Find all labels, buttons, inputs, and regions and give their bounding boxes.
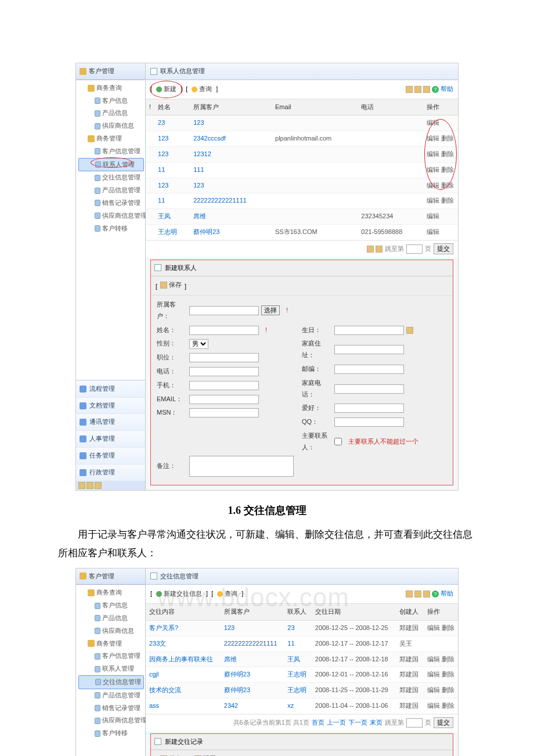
name-link[interactable]: 123 <box>158 182 168 189</box>
tool-icon[interactable] <box>414 86 421 93</box>
tree-item[interactable]: 供应商信息 <box>78 625 144 638</box>
tool-icon[interactable] <box>376 246 383 253</box>
help-link[interactable]: ?帮助 <box>432 588 453 600</box>
tree-item[interactable]: 联系人管理 <box>78 663 144 675</box>
back-button[interactable]: 返回 <box>192 753 219 756</box>
hobby-input[interactable] <box>334 404 404 413</box>
side-link[interactable]: 通讯管理 <box>76 413 145 430</box>
side-link[interactable]: 任务管理 <box>76 447 145 464</box>
content-link[interactable]: 233文 <box>149 640 166 647</box>
cust-link[interactable]: 123 <box>193 119 204 126</box>
cust-link[interactable]: 123 <box>224 624 234 631</box>
search-button[interactable]: 查询 <box>189 83 215 96</box>
ops-link[interactable]: 编辑 删除 <box>427 686 454 693</box>
tree-branch-manage[interactable]: 商务管理 <box>78 132 144 145</box>
first-page[interactable]: 首页 <box>312 717 324 729</box>
tree-item[interactable]: 客户信息管理 <box>78 650 144 663</box>
ops-link[interactable]: 编辑 删除 <box>427 671 454 678</box>
side-link[interactable]: 流程管理 <box>76 380 145 397</box>
tool-icon[interactable] <box>414 591 421 597</box>
ops-link[interactable]: 编辑 删除 <box>427 702 454 709</box>
mobile-input[interactable] <box>189 381 259 390</box>
prev-page[interactable]: 上一页 <box>327 717 346 729</box>
name-link[interactable]: 123 <box>158 135 168 142</box>
customer-input[interactable] <box>189 306 259 315</box>
tree-item[interactable]: 交往信息管理 <box>78 171 144 184</box>
tree-item[interactable]: 客户信息管理 <box>78 145 144 158</box>
ops-link[interactable]: 编辑 <box>427 228 439 235</box>
tree-item[interactable]: 客户转移 <box>78 727 144 740</box>
ops-link[interactable]: 编辑 <box>427 213 439 219</box>
name-link[interactable]: 王志明 <box>158 228 177 235</box>
name-link[interactable]: 王凤 <box>158 213 171 219</box>
content-link[interactable]: 因商务上的事有联来往 <box>149 656 213 663</box>
ops-link[interactable]: 编辑 删除 <box>427 624 454 631</box>
cust-link[interactable]: 111 <box>193 166 204 173</box>
ops-link[interactable]: 编辑 删除 <box>427 197 454 204</box>
tool-icon[interactable] <box>406 86 413 93</box>
page-input[interactable] <box>406 718 423 728</box>
tree-branch-query[interactable]: 商务查询 <box>78 82 144 95</box>
tree-branch-query[interactable]: 商务查询 <box>78 586 144 599</box>
cust-link[interactable]: 蔡仲明23 <box>224 671 250 678</box>
ops-link[interactable]: 编辑 删除 <box>427 182 454 189</box>
last-page[interactable]: 末页 <box>370 717 383 729</box>
name-link[interactable]: 11 <box>158 197 165 204</box>
tree-item[interactable]: 产品信息 <box>78 107 144 120</box>
cust-link[interactable]: 席维 <box>224 656 237 663</box>
cust-link[interactable]: 2342 <box>224 702 238 709</box>
side-link[interactable]: 行政管理 <box>76 464 145 481</box>
cust-link[interactable]: 蔡仲明23 <box>224 686 250 693</box>
page-input[interactable] <box>406 244 423 254</box>
gender-select[interactable]: 男 <box>189 339 208 349</box>
contact-link[interactable]: 23 <box>287 624 294 631</box>
addr-input[interactable] <box>334 345 404 354</box>
content-link[interactable]: ass <box>149 702 159 709</box>
name-link[interactable]: 23 <box>158 119 165 126</box>
tree-item[interactable]: 产品信息 <box>78 612 144 625</box>
cust-link[interactable]: 席维 <box>193 213 206 219</box>
contact-link[interactable]: 王凤 <box>287 656 300 663</box>
next-page[interactable]: 下一页 <box>348 717 367 729</box>
cust-link[interactable]: 123 <box>193 182 204 189</box>
tree-item[interactable]: 供应商信息管理 <box>78 210 144 222</box>
qq-input[interactable] <box>334 417 404 427</box>
new-button[interactable]: 新建 <box>153 83 179 96</box>
save-button[interactable]: 保存 <box>157 753 185 756</box>
search-button[interactable]: 查询 <box>214 588 240 600</box>
ops-link[interactable]: 编辑 <box>427 119 439 126</box>
tel-input[interactable] <box>189 367 259 376</box>
tree-item[interactable]: 供应商信息 <box>78 120 144 132</box>
email-input[interactable] <box>189 395 259 404</box>
main-contact-checkbox[interactable] <box>334 438 342 445</box>
tree-item[interactable]: 客户信息 <box>78 95 144 107</box>
tree-item[interactable]: 供应商信息管理 <box>78 714 144 727</box>
submit-button[interactable]: 提交 <box>434 717 453 728</box>
cust-link[interactable]: 2342cccsdf <box>193 135 226 142</box>
tree-item-interaction[interactable]: 交往信息管理 <box>78 675 144 689</box>
ops-link[interactable]: 编辑 删除 <box>427 135 454 142</box>
side-link[interactable]: 人事管理 <box>76 430 145 447</box>
submit-button[interactable]: 提交 <box>434 243 453 254</box>
calendar-icon[interactable] <box>406 327 413 334</box>
tool-icon[interactable] <box>367 246 374 253</box>
contact-link[interactable]: 王志明 <box>287 671 306 678</box>
tree-branch-manage[interactable]: 商务管理 <box>78 638 144 650</box>
tree-item[interactable]: 销售记录管理 <box>78 197 144 210</box>
remark-textarea[interactable] <box>189 456 294 477</box>
content-link[interactable]: 技术的交流 <box>149 686 181 693</box>
post-input[interactable] <box>189 353 259 362</box>
content-link[interactable]: 客户关系? <box>149 624 178 631</box>
tree-item[interactable]: 销售记录管理 <box>78 702 144 715</box>
new-button[interactable]: 新建交往信息 <box>153 588 205 600</box>
ops-link[interactable]: 编辑 删除 <box>427 656 454 663</box>
tool-icon[interactable] <box>406 591 413 597</box>
postal-input[interactable] <box>334 365 404 374</box>
cust-link[interactable]: 蔡仲明23 <box>193 228 219 235</box>
name-link[interactable]: 123 <box>158 150 168 157</box>
contact-link[interactable]: 11 <box>287 640 294 647</box>
side-link[interactable]: 文档管理 <box>76 397 145 414</box>
cust-link[interactable]: 12312 <box>193 150 211 157</box>
contact-link[interactable]: xz <box>287 702 294 709</box>
tree-item[interactable]: 产品信息管理 <box>78 184 144 197</box>
